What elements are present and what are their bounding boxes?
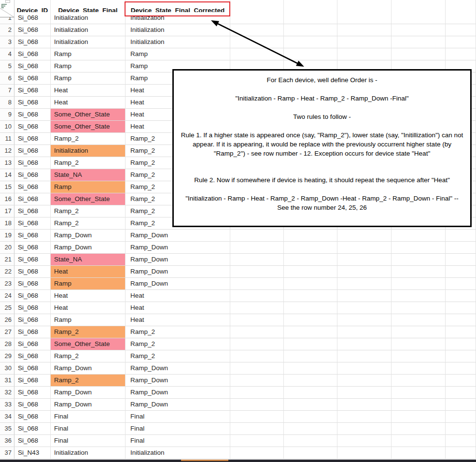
cell-device-id[interactable]: Si_068 (14, 290, 51, 302)
cell-device-state-final-corrected[interactable]: Ramp_Down (126, 362, 230, 375)
cell-empty[interactable] (392, 24, 446, 36)
cell-device-state-final-corrected[interactable]: Heat (126, 314, 230, 326)
cell-device-id[interactable]: Si_068 (14, 205, 51, 217)
cell-empty[interactable] (230, 411, 284, 423)
cell-device-state-final[interactable]: Ramp_2 (51, 217, 126, 230)
row-number[interactable]: 34 (0, 411, 14, 423)
cell-device-state-final[interactable]: Ramp_Down (51, 399, 126, 411)
row-number[interactable]: 26 (0, 314, 14, 326)
cell-empty[interactable] (284, 278, 337, 290)
cell-empty[interactable] (446, 338, 476, 350)
cell-device-id[interactable]: Si_068 (14, 121, 51, 133)
cell-empty[interactable] (392, 230, 446, 242)
cell-empty[interactable] (446, 399, 476, 411)
cell-empty[interactable] (446, 278, 476, 290)
cell-device-state-final[interactable]: Heat (51, 85, 126, 97)
cell-empty[interactable] (392, 326, 446, 338)
cell-device-id[interactable]: Si_068 (14, 326, 51, 338)
cell-device-state-final[interactable]: Ramp_Down (51, 387, 126, 399)
cell-device-state-final-corrected[interactable]: Final (126, 435, 230, 447)
cell-empty[interactable] (284, 254, 337, 266)
cell-empty[interactable] (337, 12, 392, 24)
cell-empty[interactable] (284, 48, 337, 60)
cell-device-state-final[interactable]: Heat (51, 266, 126, 278)
cell-device-state-final[interactable]: Some_Other_State (51, 109, 126, 121)
row-number[interactable]: 9 (0, 109, 14, 121)
cell-device-state-final[interactable]: Ramp_2 (51, 375, 126, 387)
row-number[interactable]: 36 (0, 435, 14, 447)
cell-device-id[interactable]: Si_068 (14, 314, 51, 326)
cell-empty[interactable] (446, 362, 476, 375)
cell-device-state-final-corrected[interactable]: Heat (126, 290, 230, 302)
row-number[interactable]: 21 (0, 254, 14, 266)
cell-empty[interactable] (230, 338, 284, 350)
row-number[interactable]: 35 (0, 423, 14, 435)
cell-empty[interactable] (284, 230, 337, 242)
cell-empty[interactable] (230, 375, 284, 387)
cell-device-id[interactable]: Si_068 (14, 85, 51, 97)
cell-device-state-final[interactable]: State_NA (51, 169, 126, 181)
row-number[interactable]: 27 (0, 326, 14, 338)
cell-empty[interactable] (337, 302, 392, 314)
row-number[interactable]: 3 (0, 36, 14, 48)
cell-empty[interactable] (446, 242, 476, 254)
cell-device-id[interactable]: Si_068 (14, 254, 51, 266)
cell-empty[interactable] (284, 302, 337, 314)
cell-empty[interactable] (446, 375, 476, 387)
cell-device-state-final-corrected[interactable]: Ramp (126, 48, 230, 60)
cell-empty[interactable] (392, 254, 446, 266)
row-number[interactable]: 30 (0, 362, 14, 375)
cell-empty[interactable] (337, 278, 392, 290)
cell-device-state-final[interactable]: Ramp (51, 181, 126, 193)
row-number[interactable]: 10 (0, 121, 14, 133)
cell-device-state-final[interactable]: Ramp_2 (51, 205, 126, 217)
cell-empty[interactable] (284, 266, 337, 278)
cell-device-id[interactable]: Si_N43 (14, 447, 51, 459)
cell-device-id[interactable]: Si_068 (14, 133, 51, 145)
cell-empty[interactable] (392, 48, 446, 60)
cell-empty[interactable] (230, 278, 284, 290)
cell-empty[interactable] (337, 48, 392, 60)
row-number[interactable]: 16 (0, 193, 14, 205)
cell-empty[interactable] (284, 326, 337, 338)
cell-device-state-final[interactable]: Ramp_Down (51, 230, 126, 242)
cell-empty[interactable] (284, 411, 337, 423)
cell-device-state-final[interactable]: Ramp_Down (51, 242, 126, 254)
cell-device-state-final[interactable]: Ramp_Down (51, 362, 126, 375)
cell-empty[interactable] (284, 423, 337, 435)
cell-empty[interactable] (337, 375, 392, 387)
cell-empty[interactable] (337, 24, 392, 36)
cell-empty[interactable] (230, 387, 284, 399)
row-number[interactable]: 11 (0, 133, 14, 145)
cell-device-id[interactable]: Si_068 (14, 375, 51, 387)
cell-empty[interactable] (230, 314, 284, 326)
cell-device-id[interactable]: Si_068 (14, 181, 51, 193)
cell-empty[interactable] (284, 362, 337, 375)
cell-device-state-final[interactable]: Initialization (51, 12, 126, 24)
cell-device-state-final[interactable]: Ramp_2 (51, 350, 126, 362)
cell-empty[interactable] (337, 435, 392, 447)
cell-device-state-final[interactable]: State_NA (51, 254, 126, 266)
cell-empty[interactable] (392, 399, 446, 411)
cell-empty[interactable] (230, 423, 284, 435)
cell-empty[interactable] (337, 338, 392, 350)
cell-device-id[interactable]: Si_068 (14, 72, 51, 85)
row-number[interactable]: 24 (0, 290, 14, 302)
cell-empty[interactable] (392, 375, 446, 387)
row-number[interactable]: 37 (0, 447, 14, 459)
cell-device-id[interactable]: Si_068 (14, 48, 51, 60)
cell-empty[interactable] (446, 411, 476, 423)
cell-device-state-final[interactable]: Initialization (51, 145, 126, 157)
cell-device-state-final[interactable]: Some_Other_State (51, 338, 126, 350)
cell-empty[interactable] (284, 24, 337, 36)
cell-empty[interactable] (392, 411, 446, 423)
row-number[interactable]: 19 (0, 230, 14, 242)
row-number[interactable]: 25 (0, 302, 14, 314)
row-number[interactable]: 22 (0, 266, 14, 278)
cell-empty[interactable] (284, 314, 337, 326)
cell-empty[interactable] (284, 350, 337, 362)
cell-device-id[interactable]: Si_068 (14, 387, 51, 399)
cell-empty[interactable] (230, 24, 284, 36)
cell-empty[interactable] (337, 423, 392, 435)
cell-empty[interactable] (284, 399, 337, 411)
